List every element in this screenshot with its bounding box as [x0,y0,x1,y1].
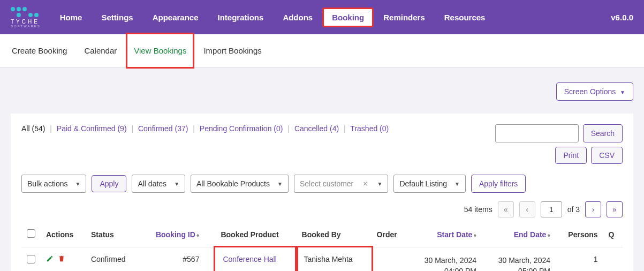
nav-addons[interactable]: Addons [274,9,321,26]
pager-items-count: 54 items [464,205,493,214]
cell-end-date: 30 March, 2024 05:00 PM [482,247,556,272]
pager-next-button[interactable]: › [585,201,601,217]
nav-appearance[interactable]: Appearance [144,9,207,26]
search-button[interactable]: Search [583,124,623,142]
col-status: Status [86,222,139,247]
screen-options-button[interactable]: Screen Options ▼ [556,82,633,101]
brand-subtitle: SOFTWARES [11,25,41,28]
chevron-down-icon: ▼ [620,89,625,95]
page-body: Screen Options ▼ All (54) | Paid & Confi… [0,67,644,271]
cell-persons: 1 [556,247,603,272]
nav-integrations[interactable]: Integrations [209,9,272,26]
col-start-date[interactable]: Start Date♦ [408,222,482,247]
brand-name: TYCHE [11,19,40,25]
sort-icon: ♦ [196,232,200,238]
bookings-table: Actions Status Booking ID♦ Booked Produc… [21,222,623,271]
col-q: Q [603,222,623,247]
csv-button[interactable]: CSV [591,147,623,164]
filter-trashed[interactable]: Trashed (0) [350,124,389,133]
listing-select[interactable]: Default Listing▼ [393,175,466,193]
chevron-down-icon: ▼ [377,181,382,187]
nav-booking[interactable]: Booking [323,9,373,26]
subnav-calendar[interactable]: Calendar [84,34,117,67]
nav-resources[interactable]: Resources [436,9,494,26]
table-row: Confirmed #567 Conference Hall Tanisha M… [21,247,623,272]
filter-paid-confirmed[interactable]: Paid & Confirmed (9) [57,124,127,133]
print-button[interactable]: Print [555,147,587,164]
cell-status: Confirmed [86,247,139,272]
cell-start-date: 30 March, 2024 04:00 PM [408,247,482,272]
nav-settings[interactable]: Settings [93,9,141,26]
chevron-down-icon: ▼ [277,181,283,187]
filter-pending[interactable]: Pending Confirmation (0) [200,124,283,133]
status-filter-links: All (54) | Paid & Confirmed (9) | Confir… [21,124,389,133]
chevron-down-icon: ▼ [174,181,179,187]
pager-page-input[interactable] [541,201,562,217]
chevron-down-icon: ▼ [75,181,80,187]
pager-first-button[interactable]: « [498,201,514,217]
col-booked-product: Booked Product [215,222,296,247]
sort-icon: ♦ [473,232,476,238]
subnav-import-bookings[interactable]: Import Bookings [203,34,261,67]
cell-booking-id: #567 [139,247,215,272]
sub-navbar: Create Booking Calendar View Bookings Im… [0,34,644,67]
brand-dots [11,7,39,17]
subnav-create-booking[interactable]: Create Booking [12,34,67,67]
cell-order [372,247,408,272]
col-end-date[interactable]: End Date♦ [482,222,556,247]
pager-prev-button[interactable]: ‹ [519,201,535,217]
bulk-actions-row: Bulk actions▼ Apply All dates▼ All Booka… [21,175,623,193]
col-actions: Actions [41,222,86,247]
chevron-down-icon: ▼ [454,181,460,187]
col-persons: Persons [556,222,603,247]
dates-select[interactable]: All dates▼ [132,175,185,193]
filter-confirmed[interactable]: Confirmed (37) [138,124,188,133]
col-booked-by: Booked By [297,222,372,247]
nav-home[interactable]: Home [51,9,91,26]
row-checkbox[interactable] [27,255,35,264]
pager-last-button[interactable]: » [607,201,623,217]
filter-cancelled[interactable]: Cancelled (4) [294,124,339,133]
nav-items: Home Settings Appearance Integrations Ad… [51,9,611,26]
sort-icon: ♦ [547,232,550,238]
col-booking-id[interactable]: Booking ID♦ [139,222,215,247]
col-order: Order [372,222,408,247]
customer-select[interactable]: Select customer × ▼ [294,175,388,193]
edit-icon[interactable] [46,255,56,264]
bulk-apply-button[interactable]: Apply [92,175,126,192]
select-all-checkbox[interactable] [27,229,35,238]
clear-icon[interactable]: × [361,179,369,188]
brand-logo[interactable]: TYCHE SOFTWARES [11,7,41,28]
cell-booked-product: Conference Hall [215,247,296,272]
product-link[interactable]: Conference Hall [223,255,276,264]
screen-options-label: Screen Options [564,87,616,96]
pager: 54 items « ‹ of 3 › » [21,201,623,217]
version-label: v6.0.0 [611,13,633,22]
nav-reminders[interactable]: Reminders [375,9,434,26]
top-navbar: TYCHE SOFTWARES Home Settings Appearance… [0,0,644,34]
subnav-view-bookings[interactable]: View Bookings [127,34,193,67]
trash-icon[interactable] [58,255,65,264]
bookings-panel: All (54) | Paid & Confirmed (9) | Confir… [11,114,633,271]
search-input[interactable] [495,124,579,142]
pager-of-text: of 3 [567,205,580,214]
cell-booked-by: Tanisha Mehta [297,247,372,272]
bulk-actions-select[interactable]: Bulk actions▼ [21,175,86,193]
filter-all[interactable]: All (54) [21,124,45,133]
apply-filters-button[interactable]: Apply filters [471,175,526,193]
products-select[interactable]: All Bookable Products▼ [191,175,289,193]
